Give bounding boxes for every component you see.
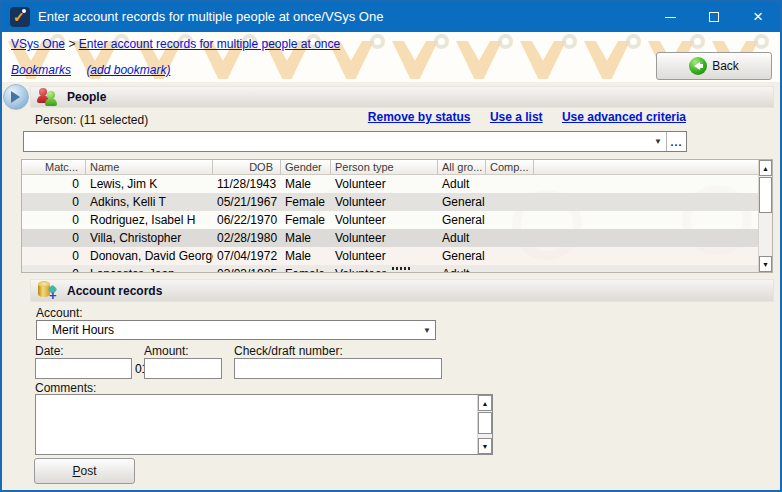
account-label: Account: [36,306,83,320]
vsys-logo-icon: ✓ [10,7,30,27]
account-records-icon: + [37,281,59,301]
column-header-person-type[interactable]: Person type [331,160,438,174]
person-combo-input[interactable] [24,132,650,151]
column-header-all-groups[interactable]: All gro... [438,160,486,174]
comments-scroll-thumb[interactable] [478,412,492,434]
column-header-match[interactable]: Matc... [22,160,86,174]
comments-box: ▲ ▼ [35,394,493,455]
check-number-input[interactable] [235,359,441,378]
minimize-icon [665,17,676,18]
comments-label: Comments: [35,381,96,395]
comments-textarea[interactable] [36,395,477,454]
breadcrumb-home-link[interactable]: VSys One [11,37,65,51]
run-action-button[interactable] [3,84,29,110]
scroll-thumb[interactable] [759,177,772,213]
people-section-header: People [30,86,774,108]
bookmarks-link[interactable]: Bookmarks [11,63,71,77]
maximize-icon [709,12,719,22]
account-combobox[interactable]: Merit Hours ▼ [36,320,436,340]
account-section-title: Account records [67,284,162,298]
people-links: Remove by status Use a list Use advanced… [352,110,686,124]
comments-scrollbar[interactable]: ▲ ▼ [477,395,492,454]
person-combobox[interactable]: ▼ ... [23,131,687,152]
comments-scroll-down-button[interactable]: ▼ [478,438,492,454]
column-header-dob[interactable]: DOB [213,160,281,174]
window-title: Enter account records for multiple peopl… [38,2,383,32]
post-button[interactable]: Post [34,458,135,484]
top-band: VSys One > Enter account records for mul… [2,32,780,82]
table-row[interactable]: 0 Villa, Christopher 02/28/1980 Male Vol… [22,229,758,247]
table-body: 0 Lewis, Jim K 11/28/1943 Male Volunteer… [22,175,758,273]
person-count-label: Person: (11 selected) [35,113,148,127]
check-number-label: Check/draft number: [234,344,343,358]
panel-splitter-handle[interactable] [392,267,410,270]
add-bookmark-link[interactable]: (add bookmark) [86,63,170,77]
remove-by-status-link[interactable]: Remove by status [368,110,471,124]
column-header-gender[interactable]: Gender [281,160,331,174]
breadcrumb-current-link[interactable]: Enter account records for multiple peopl… [79,37,340,51]
check-number-field[interactable] [234,358,442,379]
scroll-down-button[interactable]: ▼ [759,256,772,272]
close-button[interactable]: × [736,2,780,32]
bookmarks-row: Bookmarks (add bookmark) [11,63,182,77]
date-field[interactable]: ▼ [35,358,132,379]
people-section-title: People [67,90,106,104]
table-scrollbar[interactable]: ▲ ▼ [758,160,772,272]
amount-label: Amount: [144,344,189,358]
table-row[interactable]: 0 Donovan, David George 07/04/1972 Male … [22,247,758,265]
account-combo-dropdown-icon[interactable]: ▼ [419,321,435,339]
table-row[interactable]: 0 Adkins, Kelli T 05/21/1967 Female Volu… [22,193,758,211]
use-a-list-link[interactable]: Use a list [490,110,543,124]
comments-scroll-up-button[interactable]: ▲ [478,395,492,411]
table-row[interactable]: 0 Rodriguez, Isabel H 06/22/1970 Female … [22,211,758,229]
column-header-comp[interactable]: Comp... [486,160,534,174]
back-icon [689,57,707,75]
post-button-label: Post [72,464,96,478]
app-window: ✓ Enter account records for multiple peo… [0,0,782,492]
back-button-label: Back [712,59,739,73]
person-combo-browse-button[interactable]: ... [666,132,686,151]
account-combo-value: Merit Hours [37,323,114,337]
account-section-header: + Account records [30,279,774,302]
use-advanced-criteria-link[interactable]: Use advanced criteria [562,110,686,124]
maximize-button[interactable] [692,2,736,32]
minimize-button[interactable] [648,2,692,32]
breadcrumb-separator: > [68,37,75,51]
back-button[interactable]: Back [656,52,772,80]
people-icon [37,88,59,106]
date-label: Date: [35,344,64,358]
title-bar: ✓ Enter account records for multiple peo… [2,2,780,32]
table-header: Matc... Name DOB Gender Person type All … [22,160,758,175]
table-row-partial[interactable]: 0 Lancaster, Jean 03/03/1985 Female Volu… [22,265,758,273]
main-content: People Person: (11 selected) Remove by s… [2,82,780,490]
play-icon [11,91,26,103]
amount-field[interactable]: ▲▼ [144,358,222,379]
scroll-up-button[interactable]: ▲ [759,160,772,176]
people-table: Matc... Name DOB Gender Person type All … [21,159,773,273]
breadcrumb: VSys One > Enter account records for mul… [11,37,340,51]
table-row[interactable]: 0 Lewis, Jim K 11/28/1943 Male Volunteer… [22,175,758,193]
person-combo-dropdown-icon[interactable]: ▼ [650,132,666,151]
column-header-name[interactable]: Name [86,160,213,174]
